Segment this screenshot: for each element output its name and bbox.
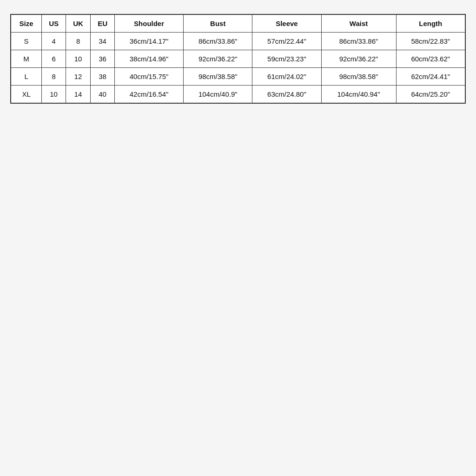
cell-bust: 92cm/36.22" [184,50,252,68]
header-eu: EU [91,14,115,33]
table-row: S483436cm/14.17"86cm/33.86"57cm/22.44"86… [11,33,465,50]
cell-uk: 12 [66,68,91,86]
cell-waist: 98cm/38.58" [321,68,396,86]
cell-uk: 14 [66,86,91,104]
cell-eu: 36 [91,50,115,68]
cell-us: 4 [42,33,66,50]
cell-us: 6 [42,50,66,68]
size-chart-table: Size US UK EU Shoulder Bust Sleeve Waist… [10,14,466,104]
cell-shoulder: 38cm/14.96" [114,50,183,68]
cell-shoulder: 36cm/14.17" [114,33,183,50]
cell-size: XL [11,86,42,104]
cell-bust: 104cm/40.9" [184,86,252,104]
cell-shoulder: 40cm/15.75" [114,68,183,86]
table-row: L8123840cm/15.75"98cm/38.58"61cm/24.02"9… [11,68,465,86]
cell-size: L [11,68,42,86]
cell-uk: 10 [66,50,91,68]
header-length: Length [396,14,465,33]
header-bust: Bust [184,14,252,33]
cell-length: 62cm/24.41" [396,68,465,86]
cell-us: 8 [42,68,66,86]
header-uk: UK [66,14,91,33]
table-row: XL10144042cm/16.54"104cm/40.9"63cm/24.80… [11,86,465,104]
cell-eu: 40 [91,86,115,104]
cell-eu: 38 [91,68,115,86]
cell-sleeve: 63cm/24.80" [252,86,321,104]
header-us: US [42,14,66,33]
table-header-row: Size US UK EU Shoulder Bust Sleeve Waist… [11,14,465,33]
cell-length: 58cm/22.83" [396,33,465,50]
table-row: M6103638cm/14.96"92cm/36.22"59cm/23.23"9… [11,50,465,68]
header-sleeve: Sleeve [252,14,321,33]
cell-length: 60cm/23.62" [396,50,465,68]
cell-waist: 92cm/36.22" [321,50,396,68]
header-waist: Waist [321,14,396,33]
size-chart-container: Size US UK EU Shoulder Bust Sleeve Waist… [10,14,466,104]
cell-bust: 98cm/38.58" [184,68,252,86]
cell-waist: 104cm/40.94" [321,86,396,104]
cell-size: S [11,33,42,50]
cell-sleeve: 61cm/24.02" [252,68,321,86]
cell-sleeve: 59cm/23.23" [252,50,321,68]
cell-waist: 86cm/33.86" [321,33,396,50]
header-shoulder: Shoulder [114,14,183,33]
header-size: Size [11,14,42,33]
cell-length: 64cm/25.20" [396,86,465,104]
cell-eu: 34 [91,33,115,50]
cell-shoulder: 42cm/16.54" [114,86,183,104]
cell-sleeve: 57cm/22.44" [252,33,321,50]
cell-size: M [11,50,42,68]
cell-uk: 8 [66,33,91,50]
cell-bust: 86cm/33.86" [184,33,252,50]
cell-us: 10 [42,86,66,104]
